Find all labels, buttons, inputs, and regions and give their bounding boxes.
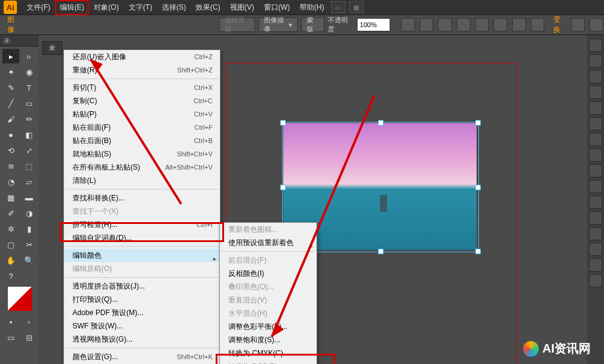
edit-menu-item-17[interactable]: 编辑颜色 — [64, 249, 220, 262]
menubar-icon-2[interactable]: ▦ — [349, 1, 364, 13]
panel-icon-7[interactable] — [589, 133, 602, 146]
menu-window[interactable]: 窗口(W) — [259, 0, 295, 15]
gradient-tool[interactable]: ▬ — [21, 190, 37, 205]
hand-tool[interactable]: ✋ — [2, 253, 19, 267]
menu-help[interactable]: 帮助(H) — [295, 0, 329, 15]
panel-icon-8[interactable] — [589, 148, 602, 162]
edit-menu-item-9[interactable]: 在所有画板上粘贴(S)Alt+Shift+Ctrl+V — [64, 161, 220, 174]
cb-extra-2[interactable] — [590, 18, 603, 31]
edit-menu-item-26[interactable]: 颜色设置(G)...Shift+Ctrl+K — [64, 350, 220, 363]
toggle-fill-stroke[interactable]: ? — [2, 269, 19, 283]
menu-effect[interactable]: 效果(C) — [191, 0, 225, 15]
edit-menu-item-5[interactable]: 粘贴(P)Ctrl+V — [64, 107, 220, 121]
edit-menu-item-20[interactable]: 透明度拼合器预设(J)... — [64, 279, 220, 293]
rectangle-tool[interactable]: ▭ — [21, 96, 37, 110]
handle-top-right[interactable] — [475, 120, 481, 126]
panel-icon-14[interactable] — [589, 243, 602, 256]
pen-tool[interactable]: ✎ — [2, 80, 19, 95]
toolbar-tab[interactable]: 未 — [0, 35, 39, 46]
pencil-tool[interactable]: ✏ — [21, 112, 37, 126]
edit-menu-item-23[interactable]: SWF 预设(W)... — [64, 319, 220, 333]
artboard-tool[interactable]: ▢ — [2, 237, 19, 252]
cb-align-1[interactable] — [401, 18, 415, 31]
rotate-tool[interactable]: ⟲ — [2, 143, 19, 158]
handle-mid-right[interactable] — [475, 185, 481, 190]
graph-tool[interactable]: ▮ — [21, 222, 37, 236]
type-tool[interactable]: T — [21, 80, 37, 95]
document-tab[interactable]: 未 — [42, 41, 62, 55]
edit-menu-item-6[interactable]: 贴在前面(F)Ctrl+F — [64, 121, 220, 134]
cb-align-2[interactable] — [420, 18, 434, 31]
panel-icon-12[interactable] — [589, 211, 602, 225]
cb-align-8[interactable] — [531, 18, 545, 31]
panel-icon-2[interactable] — [589, 54, 602, 68]
edit-menu-item-3[interactable]: 剪切(T)Ctrl+X — [64, 81, 220, 94]
slice-tool[interactable]: ✂ — [21, 237, 37, 252]
mask-button[interactable]: 蒙版 — [301, 18, 325, 32]
handle-mid-left[interactable] — [280, 185, 286, 190]
menubar-icon-1[interactable]: ▭ — [331, 1, 345, 13]
edit-menu-item-4[interactable]: 复制(C)Ctrl+C — [64, 94, 220, 107]
magic-wand-tool[interactable]: ✦ — [2, 65, 19, 79]
screen-mode[interactable]: ▭ — [2, 330, 19, 345]
cb-align-6[interactable] — [493, 18, 507, 31]
edit-menu-item-12[interactable]: 查找和替换(E)... — [64, 191, 220, 205]
edit-menu-item-8[interactable]: 就地粘贴(S)Shift+Ctrl+V — [64, 147, 220, 161]
change-screen-mode[interactable]: ⊟ — [21, 330, 37, 345]
blend-tool[interactable]: ◑ — [21, 206, 37, 220]
color-submenu-item-10[interactable]: 转换为 CMYK(C) — [220, 346, 316, 360]
transform-link[interactable]: 变换 — [553, 14, 567, 35]
shape-builder-tool[interactable]: ◔ — [2, 174, 19, 189]
symbol-sprayer-tool[interactable]: ✲ — [2, 222, 19, 236]
paintbrush-tool[interactable]: 🖌 — [2, 112, 19, 126]
menu-select[interactable]: 选择(S) — [157, 0, 191, 15]
width-tool[interactable]: ≋ — [2, 159, 19, 173]
line-tool[interactable]: ╱ — [2, 96, 19, 110]
direct-select-tool[interactable]: ▹ — [21, 49, 37, 63]
eraser-tool[interactable]: ◧ — [21, 127, 37, 142]
color-mode-1[interactable]: ▪ — [2, 315, 19, 329]
panel-icon-1[interactable] — [589, 39, 602, 52]
cb-extra-1[interactable] — [571, 18, 585, 31]
eyedropper-tool[interactable]: ✐ — [2, 206, 19, 220]
menu-object[interactable]: 对象(O) — [89, 0, 123, 15]
color-submenu-item-1[interactable]: 使用预设值重新着色 — [220, 236, 316, 249]
perspective-tool[interactable]: ▱ — [21, 174, 37, 189]
lasso-tool[interactable]: ◉ — [21, 65, 37, 79]
edit-menu-item-14[interactable]: 拼写检查(H)...Ctrl+I — [64, 218, 220, 231]
panel-icon-6[interactable] — [589, 117, 602, 130]
image-trace-button[interactable]: 图像描摹 ▾ — [259, 18, 298, 32]
panel-icon-5[interactable] — [589, 101, 602, 115]
edit-menu-item-1[interactable]: 重做(R)Shift+Ctrl+Z — [64, 63, 220, 77]
edit-menu-item-10[interactable]: 清除(L) — [64, 174, 220, 187]
menu-type[interactable]: 文字(T) — [124, 0, 157, 15]
edit-menu-item-15[interactable]: 编辑自定词典(D)... — [64, 231, 220, 244]
color-submenu-item-4[interactable]: 反相颜色(I) — [220, 267, 316, 280]
handle-top-left[interactable] — [280, 120, 286, 126]
panel-icon-10[interactable] — [589, 180, 602, 193]
edit-menu-item-22[interactable]: Adobe PDF 预设(M)... — [64, 306, 220, 319]
edit-menu-item-21[interactable]: 打印预设(Q)... — [64, 293, 220, 306]
menu-edit[interactable]: 编辑(E) — [55, 0, 89, 15]
panel-icon-16[interactable] — [589, 274, 602, 287]
panel-icon-15[interactable] — [589, 258, 602, 272]
selection-tool[interactable]: ▸ — [2, 49, 19, 63]
edit-menu-item-7[interactable]: 贴在后面(B)Ctrl+B — [64, 134, 220, 147]
cb-align-4[interactable] — [457, 18, 471, 31]
free-transform-tool[interactable]: ⬚ — [21, 159, 37, 173]
scale-tool[interactable]: ⤢ — [21, 143, 37, 158]
cb-align-7[interactable] — [512, 18, 526, 31]
edit-menu-item-0[interactable]: 还原(U)嵌入图像Ctrl+Z — [64, 50, 220, 63]
panel-icon-4[interactable] — [589, 86, 602, 99]
edit-original-button[interactable]: 编辑原稿 — [219, 18, 255, 32]
fill-stroke-swatch[interactable] — [8, 287, 32, 311]
panel-icon-13[interactable] — [589, 227, 602, 240]
cb-align-3[interactable] — [438, 18, 452, 31]
blob-brush-tool[interactable]: ● — [2, 127, 19, 142]
panel-icon-9[interactable] — [589, 164, 602, 177]
panel-icon-11[interactable] — [589, 196, 602, 209]
edit-menu-item-24[interactable]: 透视网格预设(G)... — [64, 333, 220, 346]
handle-bot-right[interactable] — [475, 249, 481, 254]
zoom-tool[interactable]: 🔍 — [21, 253, 37, 267]
color-submenu-item-8[interactable]: 调整色彩平衡(A)... — [220, 320, 316, 333]
